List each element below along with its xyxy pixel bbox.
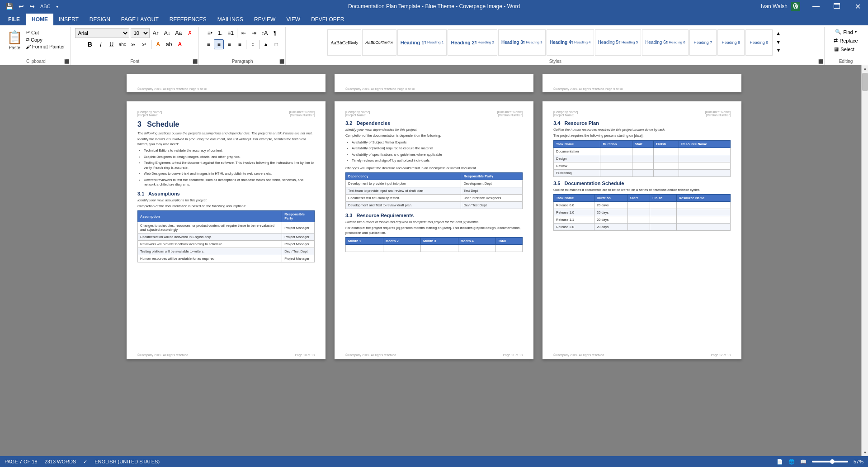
clipboard-launcher[interactable]: ⬛ <box>64 59 69 64</box>
vertical-scrollbar[interactable]: ▲ ▼ <box>861 65 868 456</box>
sort-button[interactable]: ↕A <box>259 28 269 38</box>
font-name-select[interactable]: Arial <box>75 28 129 38</box>
doc-column-2: ©Company 2019. All rights reserved. Page… <box>335 74 533 447</box>
style-heading6[interactable]: Heading 6¶ Heading 6 <box>642 29 689 56</box>
finish-cell <box>654 169 679 176</box>
superscript-button[interactable]: x² <box>139 39 149 49</box>
zoom-slider-thumb[interactable] <box>830 459 835 464</box>
minimize-button[interactable]: — <box>806 0 826 13</box>
schedule-table: Task Name Duration Start Finish Resource… <box>553 194 731 231</box>
font-size-select[interactable]: 10 <box>131 28 150 38</box>
undo-icon[interactable]: ↩ <box>17 2 26 11</box>
scroll-down-arrow[interactable]: ▼ <box>862 449 868 456</box>
view-print-icon[interactable]: 📄 <box>777 459 783 465</box>
close-button[interactable]: ✕ <box>847 0 868 13</box>
customize-icon[interactable]: ▾ <box>54 3 60 10</box>
user-name[interactable]: Ivan Walsh <box>761 3 788 10</box>
tab-view[interactable]: VIEW <box>281 14 306 25</box>
tab-review[interactable]: REVIEW <box>249 14 281 25</box>
tab-developer[interactable]: DEVELOPER <box>306 14 349 25</box>
help-icon[interactable]: ? <box>785 0 806 13</box>
text-effects-button[interactable]: A <box>153 39 163 49</box>
multilevel-button[interactable]: ≡1 <box>226 28 236 38</box>
zoom-level[interactable]: 57% <box>854 459 863 464</box>
view-read-icon[interactable]: 📖 <box>800 459 807 465</box>
style-heading4[interactable]: Heading 4¶ Heading 4 <box>547 29 594 56</box>
restore-button[interactable]: 🗖 <box>826 0 847 13</box>
grow-font-button[interactable]: A↑ <box>151 28 161 38</box>
align-right-button[interactable]: ≡ <box>224 39 234 49</box>
style-body[interactable]: AaBbCcIBody <box>327 29 361 56</box>
show-marks-button[interactable]: ¶ <box>270 28 280 38</box>
start-cell <box>632 148 653 155</box>
page7-header-right: [Document Name] [Version Number] <box>289 110 315 117</box>
tab-insert[interactable]: INSERT <box>53 14 84 25</box>
cut-button[interactable]: ✂ Cut <box>24 29 66 36</box>
line-spacing-button[interactable]: ↕ <box>248 39 258 49</box>
italic-button[interactable]: I <box>96 39 106 49</box>
save-icon[interactable]: 💾 <box>4 2 15 11</box>
styles-scroll-down[interactable]: ▼ <box>774 38 783 46</box>
style-heading1[interactable]: Heading 1¶ Heading 1 <box>397 29 447 56</box>
decrease-indent-button[interactable]: ⇤ <box>239 28 249 38</box>
borders-button[interactable]: □ <box>271 39 281 49</box>
view-web-icon[interactable]: 🌐 <box>788 459 795 465</box>
subscript-button[interactable]: x₂ <box>128 39 138 49</box>
styles-launcher[interactable]: ⬛ <box>818 59 823 64</box>
language[interactable]: ENGLISH (UNITED STATES) <box>94 459 160 464</box>
bullet-item: Availability of [system] required to cap… <box>352 146 523 151</box>
clear-formatting-button[interactable]: ✗ <box>185 28 195 38</box>
shrink-font-button[interactable]: A↓ <box>162 28 172 38</box>
tab-references[interactable]: REFERENCES <box>164 14 212 25</box>
style-heading7[interactable]: Heading 7 <box>689 29 717 56</box>
format-painter-button[interactable]: 🖌 Format Painter <box>24 43 66 50</box>
bold-button[interactable]: B <box>85 39 95 49</box>
change-case-button[interactable]: Aa <box>174 28 184 38</box>
highlight-button[interactable]: ab <box>164 39 174 49</box>
zoom-slider[interactable] <box>812 461 848 462</box>
strikethrough-button[interactable]: abc <box>118 39 127 49</box>
styles-more[interactable]: ▾ <box>774 46 783 55</box>
spell-check-icon[interactable]: ✓ <box>83 459 87 465</box>
paste-button[interactable]: 📋 Paste <box>5 28 24 51</box>
align-center-button[interactable]: ≡ <box>214 39 224 49</box>
font-launcher[interactable]: ⬛ <box>193 59 198 64</box>
paragraph-launcher[interactable]: ⬛ <box>279 59 284 64</box>
bullets-button[interactable]: ≡• <box>205 28 215 38</box>
dep-party-cell: Dev / Test Dept <box>461 202 523 209</box>
style-heading8[interactable]: Heading 8 <box>717 29 745 56</box>
style-heading5[interactable]: Heading 5¶ Heading 5 <box>595 29 642 56</box>
select-button[interactable]: ▦ Select - <box>831 45 860 53</box>
numbering-button[interactable]: 1. <box>215 28 225 38</box>
dur-cell <box>600 155 632 162</box>
font-color-button[interactable]: A <box>175 39 185 49</box>
style-heading2[interactable]: Heading 2¶ Heading 2 <box>448 29 497 56</box>
finish-cell <box>654 148 679 155</box>
underline-button[interactable]: U <box>107 39 117 49</box>
spelling-icon[interactable]: ABC <box>38 3 52 10</box>
style-caption[interactable]: AaBbCcICaption <box>362 29 396 56</box>
scroll-up-arrow[interactable]: ▲ <box>862 65 868 72</box>
style-heading3[interactable]: Heading 3¶ Heading 3 <box>498 29 546 56</box>
redo-icon[interactable]: ↪ <box>28 2 37 11</box>
page8-text2: Changes will impact the deadline and cou… <box>345 166 523 171</box>
styles-scroll-up[interactable]: ▲ <box>774 29 783 38</box>
style-heading9[interactable]: Heading 9 <box>745 29 773 56</box>
shading-button[interactable]: ▲ <box>261 39 271 49</box>
copy-button[interactable]: ⧉ Copy <box>24 36 66 43</box>
tab-design[interactable]: DESIGN <box>84 14 116 25</box>
increase-indent-button[interactable]: ⇥ <box>249 28 259 38</box>
scroll-thumb[interactable] <box>862 73 868 91</box>
tab-home[interactable]: HOME <box>26 14 53 25</box>
find-button[interactable]: 🔍 Find ▾ <box>832 28 859 36</box>
table-row: Changes to schedules, resources, or prod… <box>138 222 315 234</box>
tab-file[interactable]: FILE <box>2 14 26 25</box>
format-painter-icon: 🖌 <box>26 44 31 49</box>
replace-button[interactable]: ⇄ Replace <box>831 37 860 44</box>
justify-button[interactable]: ≡ <box>235 39 245 49</box>
page7-bullets: Technical Editors to validate the accura… <box>144 148 315 187</box>
tab-mailings[interactable]: MAILINGS <box>212 14 249 25</box>
page-footer-partial1: ©Company 2019. All rights reserved. Page… <box>137 87 207 91</box>
tab-page-layout[interactable]: PAGE LAYOUT <box>116 14 164 25</box>
align-left-button[interactable]: ≡ <box>203 39 213 49</box>
